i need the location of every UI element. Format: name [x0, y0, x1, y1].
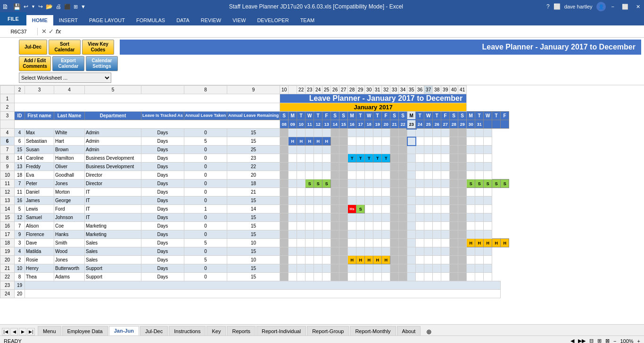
col-3[interactable]: 3: [25, 86, 54, 94]
col-32[interactable]: 32: [382, 86, 390, 94]
minimize-btn[interactable]: −: [610, 4, 616, 9]
cell-id[interactable]: 6: [15, 137, 25, 146]
cell-last[interactable]: Hart: [54, 137, 85, 146]
tab-home[interactable]: HOME: [26, 15, 53, 25]
view-key-codes-button[interactable]: View Key Codes: [82, 40, 114, 55]
selected-cell[interactable]: [407, 137, 416, 146]
col-10[interactable]: 10: [280, 86, 289, 94]
cell-remain[interactable]: 15: [227, 137, 280, 146]
prev-sheet-btn[interactable]: ◀: [10, 328, 18, 335]
first-sheet-btn[interactable]: |◀: [2, 328, 9, 335]
zoom-out-btn[interactable]: −: [613, 338, 616, 343]
col-8[interactable]: 8: [184, 86, 227, 94]
cell-remain[interactable]: 15: [227, 129, 280, 137]
confirm-formula-icon[interactable]: ✓: [49, 28, 54, 35]
col-blank[interactable]: [141, 86, 184, 94]
cell-taken[interactable]: 0: [184, 129, 227, 137]
customize-icon[interactable]: ▼: [81, 4, 86, 9]
col-22[interactable]: 22: [297, 86, 305, 94]
cell-id[interactable]: 4: [15, 129, 25, 137]
tab-report-group[interactable]: Report-Group: [307, 326, 349, 335]
cell-dept[interactable]: Admin: [85, 137, 141, 146]
print-icon[interactable]: 🖨: [56, 3, 61, 10]
tab-page-layout[interactable]: PAGE LAYOUT: [83, 15, 131, 25]
cell-first[interactable]: Sebastian: [25, 137, 54, 146]
page-layout-btn[interactable]: ⊟: [589, 338, 594, 343]
print-preview-icon[interactable]: ⬛: [64, 4, 71, 10]
tab-report-monthly[interactable]: Report-Monthly: [350, 326, 396, 335]
formula-input[interactable]: [65, 31, 644, 33]
cancel-formula-icon[interactable]: ✕: [41, 28, 47, 35]
col-11[interactable]: [289, 86, 297, 94]
undo-dropdown-icon[interactable]: ▼: [31, 4, 35, 9]
col-9[interactable]: 9: [227, 86, 280, 94]
cell-taken[interactable]: 5: [184, 137, 227, 146]
tab-view[interactable]: VIEW: [227, 15, 251, 25]
col-36[interactable]: 36: [416, 86, 424, 94]
tab-report-individual[interactable]: Report-Individual: [256, 326, 306, 335]
worksheet-select[interactable]: Select Worksheet ...: [19, 73, 111, 83]
col-40[interactable]: 40: [450, 86, 458, 94]
help-icon[interactable]: ?: [546, 3, 550, 10]
col-35[interactable]: 35: [407, 86, 416, 94]
cell-H[interactable]: H: [305, 137, 314, 146]
col-30[interactable]: 30: [365, 86, 373, 94]
tab-team[interactable]: TEAM: [295, 15, 321, 25]
tab-jan-jun[interactable]: Jan-Jun: [109, 326, 139, 335]
cell-track[interactable]: Days: [141, 137, 184, 146]
col-41[interactable]: 41: [458, 86, 467, 94]
col-33[interactable]: 33: [390, 86, 399, 94]
export-calendar-button[interactable]: Export Calendar: [52, 56, 84, 71]
col-28[interactable]: 28: [348, 86, 356, 94]
fullscreen-icon[interactable]: ⊞: [74, 4, 78, 10]
col-39[interactable]: 39: [441, 86, 450, 94]
tab-employee-data[interactable]: Employee Data: [62, 326, 108, 335]
jul-dec-button[interactable]: Jul-Dec: [19, 40, 47, 55]
file-tab[interactable]: FILE: [0, 12, 26, 25]
cell-H[interactable]: H: [289, 137, 297, 146]
tab-data[interactable]: DATA: [171, 15, 195, 25]
next-sheet-btn[interactable]: ▶: [19, 328, 26, 335]
calendar-settings-button[interactable]: Calendar Settings: [86, 56, 118, 71]
col-2[interactable]: 2: [15, 86, 25, 94]
col-31[interactable]: 31: [373, 86, 382, 94]
cell-reference[interactable]: R6C37: [0, 28, 38, 35]
col-23[interactable]: 23: [305, 86, 314, 94]
col-24[interactable]: 24: [314, 86, 322, 94]
tab-menu[interactable]: Menu: [38, 326, 61, 335]
tab-insert[interactable]: INSERT: [53, 15, 83, 25]
tab-jul-dec[interactable]: Jul-Dec: [140, 326, 168, 335]
col-34[interactable]: 34: [399, 86, 407, 94]
col-4[interactable]: 4: [54, 86, 85, 94]
cell-H[interactable]: H: [297, 137, 305, 146]
tab-developer[interactable]: DEVELOPER: [251, 15, 294, 25]
tab-about[interactable]: About: [397, 326, 421, 335]
tab-review[interactable]: REVIEW: [195, 15, 227, 25]
tab-instructions[interactable]: Instructions: [169, 326, 206, 335]
add-sheet-btn[interactable]: ⊕: [423, 328, 435, 335]
undo-icon[interactable]: ↩: [24, 3, 28, 10]
insert-function-icon[interactable]: fx: [56, 28, 61, 35]
col-5[interactable]: 5: [85, 86, 141, 94]
cell-first[interactable]: Max: [25, 129, 54, 137]
col-27[interactable]: 27: [339, 86, 348, 94]
tab-formulas[interactable]: FORMULAS: [131, 15, 171, 25]
cell-last[interactable]: White: [54, 129, 85, 137]
sort-calendar-button[interactable]: Sort Calendar: [49, 40, 81, 55]
tab-reports[interactable]: Reports: [227, 326, 256, 335]
cell-dept[interactable]: Admin: [85, 129, 141, 137]
col-29[interactable]: 29: [356, 86, 365, 94]
open-icon[interactable]: 📂: [46, 3, 53, 10]
cell-H[interactable]: H: [322, 137, 331, 146]
normal-view-btn[interactable]: ⊠: [605, 338, 610, 343]
zoom-in-btn[interactable]: +: [637, 338, 640, 343]
scroll-right-btn[interactable]: ▶▶: [578, 338, 586, 343]
save-icon[interactable]: 💾: [13, 3, 21, 10]
cell-H[interactable]: H: [314, 137, 322, 146]
add-edit-comments-button[interactable]: Add / Edit Comments: [19, 56, 51, 71]
cell-track[interactable]: Days: [141, 129, 184, 137]
col-26[interactable]: 26: [331, 86, 339, 94]
col-37[interactable]: 37: [424, 86, 433, 94]
last-sheet-btn[interactable]: ▶|: [27, 328, 35, 335]
scroll-left-btn[interactable]: ◀: [570, 338, 574, 343]
